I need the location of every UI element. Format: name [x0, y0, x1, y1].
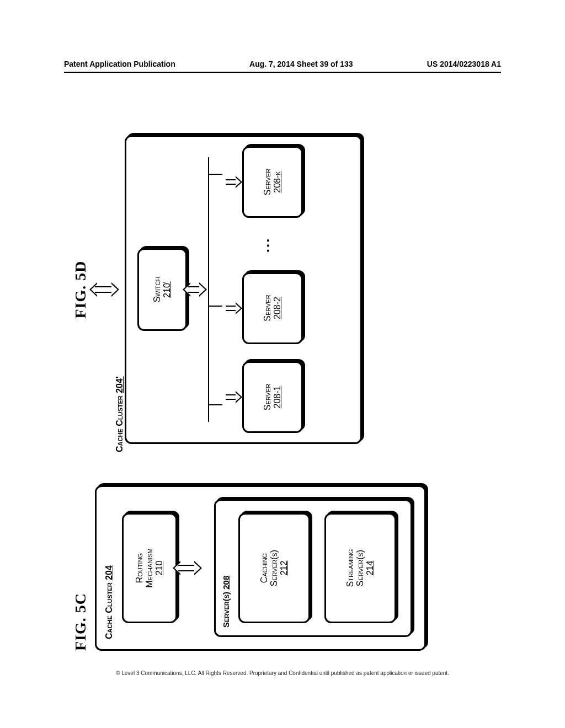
switch-box: Switch 210': [137, 248, 187, 331]
down-arrow-icon: [226, 176, 242, 188]
streaming-line1: Streaming: [345, 515, 355, 622]
servers-208-label: Server(s) 208: [221, 576, 231, 628]
figure-5d: FIG. 5D Cache Cluster 204' Switch 210': [72, 127, 362, 452]
header-center: Aug. 7, 2014 Sheet 39 of 133: [249, 60, 353, 68]
caching-servers-box: Caching Server(s) 212: [238, 513, 310, 623]
server-2-label: Server: [263, 274, 273, 342]
caching-line1: Caching: [259, 515, 269, 622]
copyright-footer: © Level 3 Communications, LLC. All Right…: [0, 670, 565, 676]
caching-ref: 212: [279, 515, 289, 622]
switch-label: Switch: [152, 250, 162, 329]
streaming-ref: 214: [365, 515, 375, 622]
figure-5c-title: FIG. 5C: [72, 485, 89, 651]
bidirectional-arrow-icon: [174, 560, 201, 576]
cache-cluster-204-label: Cache Cluster 204: [104, 565, 114, 639]
distribution-bus: [208, 157, 222, 422]
ellipsis-icon: ...: [256, 237, 273, 253]
server-2-ref: 208-2: [273, 274, 282, 342]
streaming-line2: Server(s): [355, 515, 365, 622]
routing-line1: Routing: [135, 515, 145, 622]
figure-5c: FIG. 5C Cache Cluster 204 Routing Mechan…: [72, 485, 426, 651]
cache-cluster-204p-label: Cache Cluster 204': [115, 376, 125, 452]
server-1-ref: 208-1: [273, 363, 282, 431]
servers-208-group: Server(s) 208 Caching Server(s) 212 Stre…: [214, 499, 412, 637]
server-box-k: Server 208-k: [242, 146, 303, 218]
server-box-2: Server 208-2: [242, 272, 303, 344]
down-arrow-icon: [226, 391, 242, 403]
down-arrow-icon: [226, 302, 242, 314]
header-left: Patent Application Publication: [64, 60, 175, 68]
header-rule: [64, 72, 501, 73]
header-right: US 2014/0223018 A1: [427, 60, 501, 68]
streaming-servers-box: Streaming Server(s) 214: [324, 513, 396, 623]
cache-cluster-204p: Switch 210': [125, 135, 362, 444]
routing-ref: 210: [154, 515, 164, 622]
bidirectional-arrow-icon: [90, 281, 118, 298]
server-1-label: Server: [263, 363, 273, 431]
figure-5d-title: FIG. 5D: [72, 261, 89, 319]
switch-ref: 210': [162, 250, 172, 329]
cache-cluster-204: Cache Cluster 204 Routing Mechanism 210 …: [95, 485, 426, 651]
caching-line2: Server(s): [269, 515, 279, 622]
server-box-1: Server 208-1: [242, 361, 303, 433]
page-header: Patent Application Publication Aug. 7, 2…: [64, 60, 501, 68]
server-row: Server 208-1 Server 208-2: [226, 146, 303, 433]
server-k-ref: 208-k: [273, 148, 282, 216]
routing-line2: Mechanism: [145, 515, 154, 622]
bidirectional-arrow-icon: [184, 281, 206, 298]
figure-area: FIG. 5C Cache Cluster 204 Routing Mechan…: [72, 127, 491, 651]
server-k-label: Server: [263, 148, 273, 216]
routing-mechanism-box: Routing Mechanism 210: [122, 513, 177, 623]
